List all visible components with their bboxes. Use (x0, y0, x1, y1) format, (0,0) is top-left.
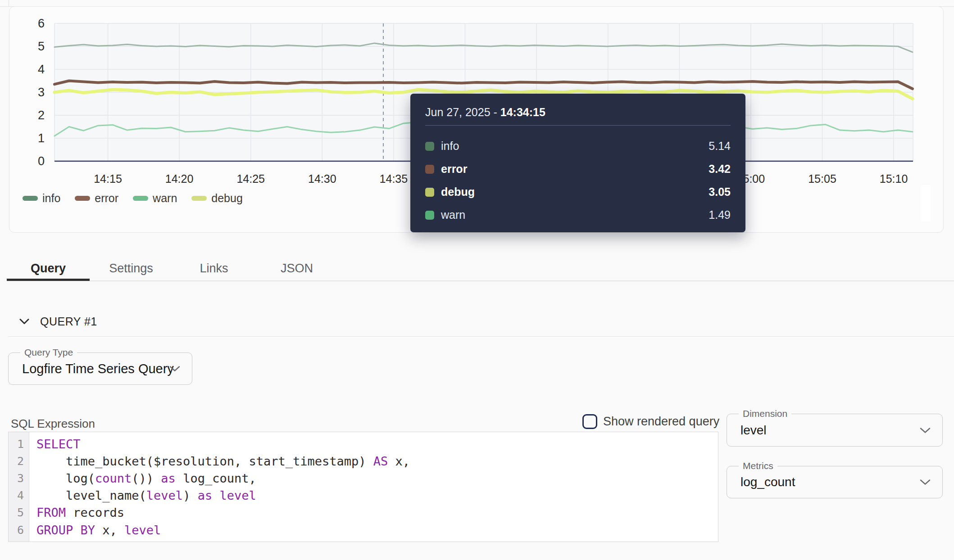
svg-text:14:35: 14:35 (380, 172, 408, 185)
tooltip-row-error: error3.42 (425, 158, 731, 181)
line-number: 6 (9, 524, 29, 537)
code-line[interactable]: 2 time_bucket($resolution, start_timesta… (9, 452, 718, 470)
code-text: level_name(level) as level (36, 488, 256, 502)
tooltip-row-warn: warn1.49 (425, 203, 731, 226)
query-type-label: Query Type (20, 347, 77, 358)
chevron-down-icon (19, 318, 29, 325)
code-text: time_bucket($resolution, start_timestamp… (36, 454, 410, 468)
legend-item-error[interactable]: error (75, 192, 118, 205)
tooltip-series-label: error (441, 163, 709, 176)
tooltip-timestamp: Jun 27, 2025 - 14:34:15 (425, 106, 731, 119)
legend-item-debug[interactable]: debug (191, 192, 243, 205)
line-number: 1 (9, 438, 29, 451)
tooltip-row-debug: debug3.05 (425, 181, 731, 203)
line-number: 2 (9, 455, 29, 468)
page: 012345614:1514:2014:2514:3014:3514:4014:… (0, 0, 954, 560)
svg-text:15:05: 15:05 (808, 172, 836, 185)
svg-text:4: 4 (38, 63, 45, 76)
metrics-value: log_count (740, 475, 795, 489)
tooltip-divider (425, 125, 731, 126)
legend-swatch-debug (191, 196, 207, 201)
metrics-label: Metrics (739, 461, 777, 471)
active-tab-underline (7, 279, 90, 281)
sql-expression-label: SQL Expression (11, 417, 95, 431)
legend-label: debug (211, 192, 243, 205)
line-number: 5 (9, 506, 29, 519)
dimension-select[interactable]: Dimension level (727, 414, 943, 447)
sql-code-editor[interactable]: 1SELECT2 time_bucket($resolution, start_… (8, 432, 718, 542)
query-type-select[interactable]: Query Type Logfire Time Series Query (8, 352, 192, 385)
query-section-header[interactable]: QUERY #1 (19, 315, 97, 328)
code-line[interactable]: 4 level_name(level) as level (9, 487, 718, 504)
legend-swatch-error (75, 196, 90, 201)
svg-text:0: 0 (38, 154, 45, 168)
legend-label: error (95, 192, 118, 205)
svg-text:14:30: 14:30 (308, 172, 336, 185)
tooltip-series-value: 1.49 (709, 208, 731, 221)
section-divider (8, 336, 954, 337)
chart-legend: infoerrorwarndebug (23, 192, 243, 205)
metrics-select[interactable]: Metrics log_count (727, 466, 943, 498)
chevron-down-icon (169, 366, 180, 372)
tooltip-series-value: 3.05 (709, 185, 731, 199)
tooltip-swatch-error (425, 165, 434, 174)
legend-swatch-warn (133, 196, 148, 201)
svg-text:2: 2 (38, 108, 45, 122)
svg-text:3: 3 (38, 86, 45, 99)
panel-tabs: QuerySettingsLinksJSON (7, 258, 338, 279)
tab-query[interactable]: Query (7, 258, 90, 279)
legend-item-warn[interactable]: warn (133, 192, 177, 205)
line-number: 4 (9, 489, 29, 502)
code-text: FROM records (36, 506, 124, 519)
legend-label: warn (153, 192, 177, 205)
svg-text:5: 5 (38, 40, 45, 53)
svg-text:6: 6 (38, 17, 45, 30)
legend-item-info[interactable]: info (23, 192, 60, 205)
svg-text:14:25: 14:25 (236, 172, 265, 185)
tooltip-row-info: info5.14 (425, 135, 731, 158)
scrollbar-thumb[interactable] (921, 185, 931, 221)
chart-tooltip: Jun 27, 2025 - 14:34:15 info5.14error3.4… (410, 94, 745, 232)
tooltip-swatch-debug (425, 188, 434, 197)
query-section-title: QUERY #1 (40, 315, 97, 328)
tab-settings[interactable]: Settings (90, 258, 173, 279)
svg-text:1: 1 (38, 131, 45, 145)
line-number: 3 (9, 472, 29, 485)
legend-label: info (42, 192, 60, 205)
code-line[interactable]: 6GROUP BY x, level (9, 521, 718, 538)
checkbox[interactable] (582, 414, 597, 429)
tooltip-swatch-warn (425, 211, 434, 220)
tooltip-swatch-info (425, 142, 434, 151)
code-line[interactable]: 1SELECT (9, 435, 718, 452)
svg-text:14:15: 14:15 (94, 172, 122, 185)
code-text: GROUP BY x, level (36, 523, 161, 537)
tooltip-series-label: warn (441, 208, 709, 221)
tab-json[interactable]: JSON (255, 258, 338, 279)
code-text: SELECT (36, 437, 81, 451)
checkbox-label: Show rendered query (603, 414, 719, 429)
svg-text:15:10: 15:10 (880, 172, 908, 185)
tooltip-series-value: 3.42 (709, 163, 731, 176)
dimension-value: level (740, 423, 767, 438)
code-line[interactable]: 3 log(count()) as log_count, (9, 470, 718, 487)
dimension-label: Dimension (739, 408, 791, 419)
chevron-down-icon (920, 427, 931, 434)
svg-text:14:20: 14:20 (165, 172, 194, 185)
code-text: log(count()) as log_count, (36, 471, 256, 485)
tooltip-series-value: 5.14 (709, 140, 731, 153)
tooltip-series-label: info (441, 140, 709, 153)
tooltip-rows: info5.14error3.42debug3.05warn1.49 (425, 135, 731, 226)
legend-swatch-info (23, 196, 38, 201)
tab-links[interactable]: Links (173, 258, 255, 279)
tabs-divider (7, 280, 954, 281)
show-rendered-query-toggle[interactable]: Show rendered query (582, 414, 719, 429)
tooltip-series-label: debug (441, 185, 709, 199)
code-line[interactable]: 5FROM records (9, 504, 718, 521)
chevron-down-icon (920, 479, 931, 485)
query-type-value: Logfire Time Series Query (22, 361, 174, 376)
